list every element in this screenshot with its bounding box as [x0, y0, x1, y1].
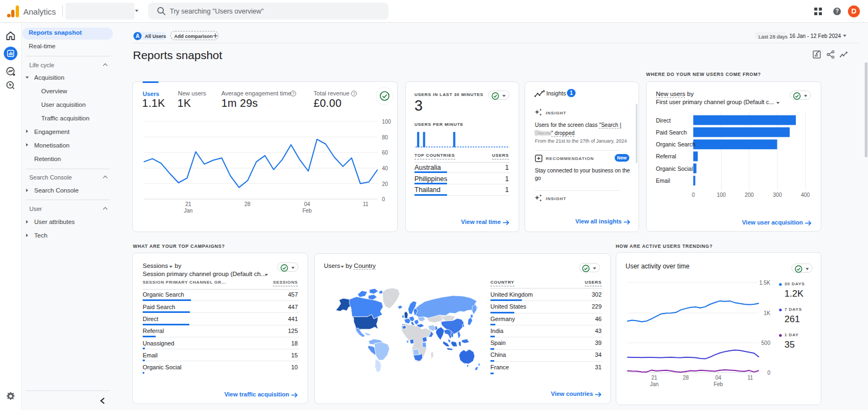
svg-text:Jan: Jan: [650, 381, 659, 387]
svg-text:Feb: Feb: [302, 208, 312, 214]
svg-text:100: 100: [717, 192, 726, 198]
svg-text:11: 11: [363, 201, 369, 207]
svg-text:04: 04: [715, 375, 722, 381]
svg-text:21: 21: [651, 375, 658, 381]
svg-text:0: 0: [767, 370, 770, 376]
svg-text:Direct: Direct: [656, 117, 671, 124]
svg-text:Referral: Referral: [656, 153, 676, 159]
svg-text:04: 04: [304, 201, 310, 207]
svg-text:Jan: Jan: [184, 208, 193, 214]
svg-text:0: 0: [692, 192, 695, 198]
svg-text:Feb: Feb: [713, 381, 723, 387]
svg-text:?: ?: [353, 91, 355, 96]
svg-text:500: 500: [761, 340, 770, 346]
svg-text:20: 20: [382, 181, 388, 187]
svg-text:1K: 1K: [764, 310, 771, 316]
svg-text:300: 300: [773, 192, 782, 198]
svg-text:28: 28: [682, 375, 689, 381]
svg-text:100: 100: [382, 119, 391, 125]
svg-text:Paid Search: Paid Search: [656, 129, 687, 136]
svg-text:1.5K: 1.5K: [759, 280, 770, 286]
svg-text:40: 40: [382, 165, 388, 171]
svg-text:28: 28: [244, 201, 251, 207]
svg-text:400: 400: [801, 192, 810, 198]
svg-text:0: 0: [382, 196, 385, 202]
svg-text:21: 21: [185, 201, 192, 207]
svg-text:Organic Social: Organic Social: [656, 165, 693, 172]
svg-text:60: 60: [382, 150, 388, 156]
svg-text:Email: Email: [656, 177, 670, 184]
svg-text:?: ?: [292, 91, 294, 96]
svg-text:200: 200: [745, 192, 754, 198]
svg-text:11: 11: [748, 375, 754, 381]
svg-text:Organic Search: Organic Search: [656, 141, 695, 148]
svg-text:80: 80: [382, 134, 388, 140]
